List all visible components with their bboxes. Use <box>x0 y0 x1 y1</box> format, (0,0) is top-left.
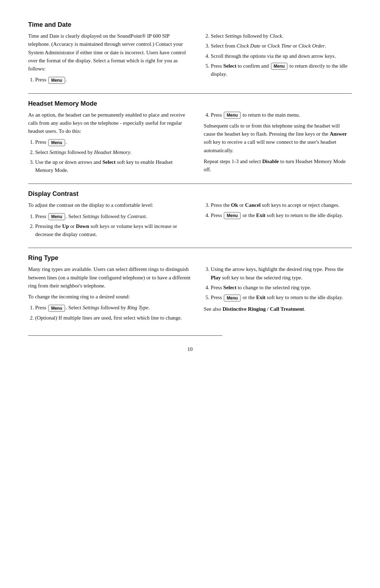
headset-columns: As an option, the headset can be permane… <box>28 111 352 178</box>
ring-type-left-steps: Press Menu. Select Settings followed by … <box>35 304 191 322</box>
divider-3 <box>28 248 352 248</box>
list-item: Press Menu to return to the main menu. <box>211 111 352 119</box>
section-time-and-date: Time and Date Time and Date is clearly d… <box>28 21 352 87</box>
display-contrast-columns: To adjust the contrast on the display to… <box>28 201 352 241</box>
see-also: See also Distinctive Ringing / Call Trea… <box>204 305 352 313</box>
menu-button[interactable]: Menu <box>224 295 240 302</box>
step-text: Press <box>35 77 48 82</box>
ring-type-left: Many ring types are available. Users can… <box>28 265 191 325</box>
ring-type-intro2: To change the incoming ring to a desired… <box>28 293 191 301</box>
list-item: Press Select to confirm and Menu to retu… <box>211 62 352 79</box>
list-item: Press Menu. <box>35 138 191 146</box>
section-ring-type: Ring Type Many ring types are available.… <box>28 254 352 325</box>
time-and-date-left: Time and Date is clearly displayed on th… <box>28 32 191 87</box>
list-item: Select from Clock Date or Clock Time or … <box>211 42 352 50</box>
menu-button[interactable]: Menu <box>224 212 240 219</box>
page-bottom: 10 <box>28 335 352 352</box>
section-display-contrast: Display Contrast To adjust the contrast … <box>28 190 352 241</box>
time-and-date-right-steps: Select Settings followed by Clock. Selec… <box>211 32 352 78</box>
section-title-headset-memory-mode: Headset Memory Mode <box>28 100 352 107</box>
section-headset-memory-mode: Headset Memory Mode As an option, the he… <box>28 100 352 178</box>
list-item: Press Menu. Select Settings followed by … <box>35 212 191 221</box>
list-item: Scroll through the options via the up an… <box>211 52 352 60</box>
ring-type-columns: Many ring types are available. Users can… <box>28 265 352 325</box>
time-and-date-intro: Time and Date is clearly displayed on th… <box>28 32 191 73</box>
list-item: Press Select to change to the selected r… <box>211 284 352 292</box>
display-contrast-intro: To adjust the contrast on the display to… <box>28 201 191 209</box>
menu-button[interactable]: Menu <box>48 305 65 312</box>
headset-para1: Subsequent calls to or from this telepho… <box>204 122 352 155</box>
time-and-date-columns: Time and Date is clearly displayed on th… <box>28 32 352 87</box>
list-item: Press Menu or the Exit soft key to retur… <box>211 211 352 219</box>
section-title-display-contrast: Display Contrast <box>28 190 352 198</box>
display-contrast-right: Press the Ok or Cancel soft keys to acce… <box>204 201 352 241</box>
ring-type-right: Using the arrow keys, highlight the desi… <box>204 265 352 325</box>
headset-right-steps: Press Menu to return to the main menu. <box>211 111 352 119</box>
time-and-date-right: Select Settings followed by Clock. Selec… <box>204 32 352 87</box>
menu-button[interactable]: Menu <box>224 112 240 119</box>
list-item: Using the arrow keys, highlight the desi… <box>211 265 352 282</box>
ring-type-right-steps: Using the arrow keys, highlight the desi… <box>211 265 352 302</box>
list-item: (Optional) If multiple lines are used, f… <box>35 314 191 322</box>
list-item: Select Settings followed by Headset Memo… <box>35 148 191 156</box>
menu-button[interactable]: Menu <box>48 213 65 220</box>
list-item: Press Menu or the Exit soft key to retur… <box>211 293 352 302</box>
headset-right: Press Menu to return to the main menu. S… <box>204 111 352 178</box>
bottom-divider <box>28 335 222 336</box>
ring-type-intro1: Many ring types are available. Users can… <box>28 265 191 290</box>
list-item: Use the up or down arrows and Select sof… <box>35 158 191 175</box>
headset-left-steps: Press Menu. Select Settings followed by … <box>35 138 191 174</box>
menu-button[interactable]: Menu <box>48 139 65 146</box>
divider-1 <box>28 93 352 94</box>
page-number: 10 <box>28 346 352 352</box>
step-text: . <box>66 77 67 82</box>
list-item: Pressing the Up or Down soft keys or vol… <box>35 222 191 239</box>
page-content: Time and Date Time and Date is clearly d… <box>28 21 352 352</box>
list-item: Press the Ok or Cancel soft keys to acce… <box>211 201 352 209</box>
headset-left: As an option, the headset can be permane… <box>28 111 191 178</box>
display-contrast-left-steps: Press Menu. Select Settings followed by … <box>35 212 191 239</box>
list-item: Press Menu. Select Settings followed by … <box>35 304 191 312</box>
display-contrast-right-steps: Press the Ok or Cancel soft keys to acce… <box>211 201 352 219</box>
menu-button[interactable]: Menu <box>48 77 65 84</box>
menu-button[interactable]: Menu <box>271 63 287 70</box>
section-title-time-and-date: Time and Date <box>28 21 352 29</box>
headset-intro: As an option, the headset can be permane… <box>28 111 191 136</box>
section-title-ring-type: Ring Type <box>28 254 352 262</box>
list-item: Press Menu. <box>35 76 191 84</box>
list-item: Select Settings followed by Clock. <box>211 32 352 40</box>
headset-para2: Repeat steps 1-3 and select Disable to t… <box>204 157 352 174</box>
display-contrast-left: To adjust the contrast on the display to… <box>28 201 191 241</box>
time-and-date-left-steps: Press Menu. <box>35 76 191 84</box>
divider-2 <box>28 184 352 184</box>
